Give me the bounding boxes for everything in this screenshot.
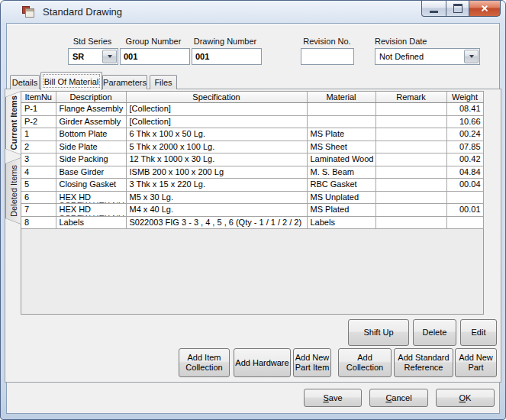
close-button[interactable] <box>469 1 501 17</box>
col-material[interactable]: Material <box>307 92 375 103</box>
drawing-number-label: Drawing Number <box>192 37 259 47</box>
minimize-icon <box>430 11 438 13</box>
cancel-button[interactable]: Cancel <box>369 389 428 407</box>
edit-button[interactable]: Edit <box>460 319 497 346</box>
col-itemnu[interactable]: ItemNu <box>21 92 56 103</box>
table-row[interactable]: 7 HEX HDSCREW HEX NU M4 x 40 Lg. MS Plat… <box>21 204 483 217</box>
col-description[interactable]: Description <box>56 92 126 103</box>
revision-no-label: Revision No. <box>301 37 353 47</box>
tab-parameters[interactable]: Parameters <box>102 75 147 89</box>
add-new-part-item-button[interactable]: Add New Part Item <box>293 348 331 377</box>
grid-header-row: ItemNu Description Specification Materia… <box>21 92 483 103</box>
add-item-collection-button[interactable]: Add Item Collection <box>179 348 230 377</box>
minimize-button[interactable] <box>421 1 446 17</box>
group-number-input[interactable] <box>120 48 190 65</box>
std-series-dropdown-button[interactable] <box>102 50 117 63</box>
maximize-icon <box>453 4 462 13</box>
maximize-button[interactable] <box>446 1 469 17</box>
tab-details[interactable]: Details <box>10 75 40 89</box>
standard-drawing-window: Standard Drawing Std Series Group Number… <box>0 0 506 420</box>
app-icon <box>22 6 34 18</box>
add-hardware-button[interactable]: Add Hardware <box>234 348 291 377</box>
group-number-label: Group Number <box>120 37 187 47</box>
chevron-down-icon <box>108 55 112 58</box>
side-tab-current-items[interactable]: Current Items <box>5 91 21 155</box>
table-row[interactable]: 4 Base Girder ISMB 200 x 100 x 200 Lg M.… <box>21 166 483 179</box>
table-row[interactable]: 5 Closing Gasket 3 Thk x 15 x 220 Lg. RB… <box>21 179 483 192</box>
std-series-label: Std Series <box>54 37 131 47</box>
std-series-select[interactable]: SR <box>68 48 118 65</box>
window-title: Standard Drawing <box>43 6 122 18</box>
col-weight[interactable]: Weight <box>446 92 483 103</box>
revision-no-input[interactable] <box>301 48 354 65</box>
table-row[interactable]: 2 Side Plate 5 Thk x 2000 x 100 Lg. MS S… <box>21 141 483 153</box>
table-row[interactable]: 8 Labels S022003 FIG 3 - 3 , 4 , 5 , 6 (… <box>21 216 483 229</box>
table-row[interactable]: P-1 Flange Assembly [Collection] 08.41 <box>21 103 483 116</box>
delete-button[interactable]: Delete <box>413 319 456 346</box>
add-collection-button[interactable]: Add Collection <box>338 348 392 377</box>
revision-date-label: Revision Date <box>375 37 451 47</box>
table-row[interactable]: 6 HEX HDSCREW HEX NU M5 x 30 Lg. MS Unpl… <box>21 191 483 204</box>
titlebar[interactable]: Standard Drawing <box>1 1 505 23</box>
revision-date-dropdown-button[interactable] <box>464 50 479 63</box>
tab-files[interactable]: Files <box>150 75 177 89</box>
table-row[interactable]: 1 Bottom Plate 6 Thk x 100 x 50 Lg. MS P… <box>21 128 483 141</box>
add-new-part-button[interactable]: Add New Part <box>455 348 497 377</box>
side-tab-deleted-items[interactable]: Deleted Items <box>5 157 21 225</box>
chevron-down-icon <box>469 55 474 58</box>
col-specification[interactable]: Specification <box>126 92 307 103</box>
col-remark[interactable]: Remark <box>375 92 446 103</box>
drawing-number-input[interactable] <box>192 48 262 65</box>
bom-grid: ItemNu Description Specification Materia… <box>21 91 484 315</box>
tab-bill-of-material[interactable]: Bill Of Material <box>40 72 102 90</box>
table-row[interactable]: P-2 Girder Assembly [Collection] 10.66 <box>21 115 483 128</box>
add-standard-reference-button[interactable]: Add Standard Reference <box>394 348 453 377</box>
revision-date-select[interactable]: Not Defined <box>375 48 480 65</box>
save-button[interactable]: Save <box>304 389 362 407</box>
ok-button[interactable]: OK <box>436 389 495 407</box>
table-row[interactable]: 3 Side Packing 12 Thk x 1000 x 30 Lg. La… <box>21 153 483 166</box>
close-icon <box>480 4 489 13</box>
shift-up-button[interactable]: Shift Up <box>348 319 409 346</box>
